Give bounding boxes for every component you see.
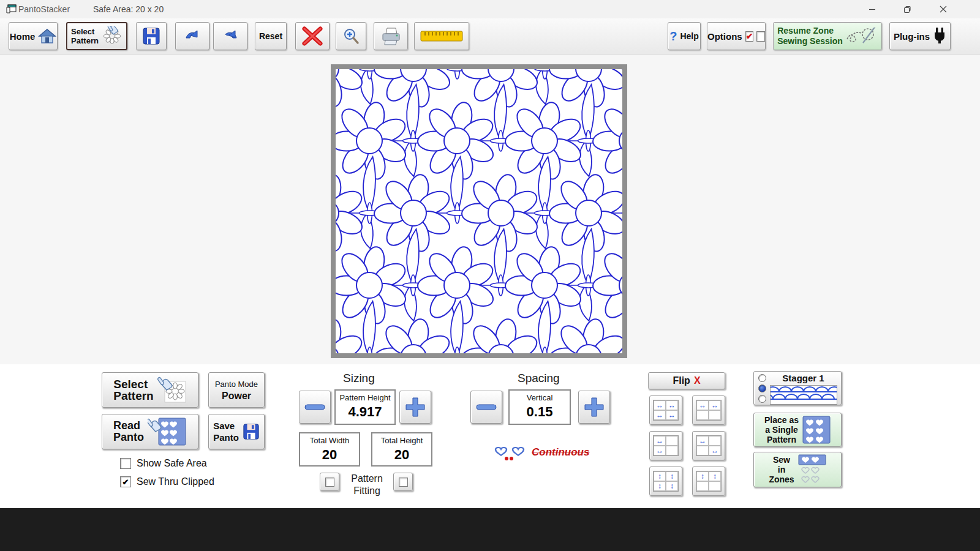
home-icon [38, 28, 56, 44]
pattern-height-label: Pattern Height [336, 393, 394, 402]
flip-all-horizontal-button[interactable]: ↔↔↔↔ [649, 395, 682, 425]
redo-icon [219, 27, 241, 45]
show-safe-area-box[interactable]: ✔ [120, 458, 131, 469]
spacing-title: Spacing [518, 372, 560, 385]
total-width-label: Total Width [300, 436, 359, 445]
select-pattern-toolbar-button[interactable]: Select Pattern [66, 22, 127, 50]
sew-thru-clipped-checkbox[interactable]: ✔ Sew Thru Clipped [120, 476, 214, 487]
pattern-fitting-right-box [399, 478, 408, 487]
flip-left-column-horizontal-button[interactable]: ↔↔ [649, 431, 682, 460]
continuous-label: Continuous [532, 446, 589, 459]
plugins-label: Plug-ins [894, 31, 930, 42]
home-button[interactable]: Home [9, 22, 58, 50]
select-pattern-line2: Pattern [113, 390, 153, 402]
total-width-value: 20 [300, 447, 359, 463]
vertical-value: 0.15 [510, 404, 570, 420]
stagger-radio-1[interactable] [758, 374, 766, 382]
read-panto-line1: Read [113, 420, 144, 432]
flip-diagonal-horizontal-button[interactable]: ↔↔ [692, 431, 725, 460]
flip-all-vertical-button[interactable]: ↕↕↕↕ [649, 467, 682, 496]
total-height-value: 20 [372, 447, 431, 463]
reset-button[interactable]: Reset [255, 22, 287, 50]
options-button[interactable]: Options ✔ [707, 22, 766, 50]
stagger-button[interactable]: Stagger 1 [753, 371, 842, 405]
read-panto-line2: Panto [113, 432, 144, 443]
stagger-pattern-icon [770, 385, 837, 405]
continuous-indicator[interactable]: Continuous [490, 442, 593, 463]
stagger-radio-3[interactable] [758, 395, 766, 403]
home-label: Home [10, 31, 36, 42]
vertical-spacing-minus-button[interactable] [470, 391, 502, 424]
options-checkbox-checked[interactable]: ✔ [745, 31, 754, 42]
place-single-line1: Place as [764, 415, 799, 425]
ruler-icon [420, 29, 463, 43]
vertical-spacing-field[interactable]: Vertical 0.15 [508, 389, 571, 425]
place-single-line3: Pattern [767, 435, 796, 444]
zones-panto-icon [798, 454, 826, 485]
resume-zone-label-1: Resume Zone [777, 26, 834, 36]
select-pattern-line1: Select [113, 378, 153, 390]
sew-in-zones-button[interactable]: Sew in Zones [753, 452, 842, 487]
daisy-panto-pattern [336, 69, 622, 353]
place-single-line2: a Single [765, 425, 798, 435]
sew-thru-clipped-box[interactable]: ✔ [120, 476, 131, 487]
help-question-icon: ? [669, 29, 677, 43]
help-button[interactable]: ? Help [668, 22, 701, 50]
save-floppy-icon [142, 27, 160, 45]
print-button[interactable] [374, 22, 408, 50]
show-safe-area-checkbox[interactable]: ✔ Show Safe Area [120, 458, 207, 469]
options-checkbox-empty[interactable] [756, 31, 765, 42]
vertical-spacing-plus-button[interactable] [578, 391, 610, 424]
main-toolbar: Home Select Pattern [0, 18, 980, 54]
flip-top-row-horizontal-button[interactable]: ↔↔ [692, 395, 725, 425]
pattern-height-field[interactable]: Pattern Height 4.917 [334, 389, 396, 425]
pattern-preview-canvas[interactable] [331, 64, 627, 358]
pattern-wreath-hand-icon [102, 26, 123, 46]
needle-thread-icon [846, 26, 878, 47]
sew-zones-line2: in [778, 465, 785, 474]
redo-button[interactable] [213, 22, 247, 50]
ruler-button[interactable] [414, 22, 469, 50]
minimize-button[interactable] [858, 0, 886, 18]
close-icon [940, 6, 947, 13]
minus-icon [304, 403, 325, 411]
printer-icon [380, 26, 402, 46]
pattern-height-minus-button[interactable] [299, 391, 331, 424]
pattern-height-plus-button[interactable] [399, 391, 431, 424]
title-bar: PantoStacker Safe Area: 20 x 20 [0, 0, 980, 18]
pattern-wreath-hand-icon [157, 377, 187, 403]
stagger-radio-2[interactable] [758, 384, 766, 392]
sizing-title: Sizing [343, 372, 375, 385]
undo-button[interactable] [175, 22, 209, 50]
save-panto-button[interactable]: Save Panto [208, 414, 265, 449]
select-pattern-label-2: Pattern [71, 36, 99, 45]
plus-icon [584, 397, 605, 418]
total-height-field[interactable]: Total Height 20 [371, 432, 432, 467]
save-button[interactable] [136, 22, 167, 50]
close-button[interactable] [929, 0, 957, 18]
total-width-field[interactable]: Total Width 20 [299, 432, 360, 467]
zoom-button[interactable] [336, 22, 366, 50]
panto-mode-line1: Panto Mode [215, 378, 258, 390]
save-panto-line2: Panto [213, 432, 239, 443]
flip-top-row-vertical-button[interactable]: ↕↕ [692, 467, 725, 496]
maximize-button[interactable] [893, 0, 921, 18]
flip-x-label: X [694, 375, 701, 386]
resume-zone-button[interactable]: Resume Zone Sewing Session [773, 22, 882, 50]
plugins-button[interactable]: Plug-ins [889, 22, 951, 50]
read-panto-button[interactable]: Read Panto [102, 414, 198, 449]
place-single-pattern-button[interactable]: Place as a Single Pattern [753, 413, 842, 447]
flip-x-button[interactable]: Flip X [648, 372, 725, 389]
select-pattern-button[interactable]: Select Pattern [102, 372, 198, 408]
app-title: PantoStacker [18, 4, 70, 14]
pattern-fitting-right-button[interactable] [393, 473, 413, 491]
flip-label: Flip [673, 375, 690, 386]
pattern-height-value: 4.917 [336, 404, 394, 420]
sew-thru-clipped-label: Sew Thru Clipped [137, 476, 214, 487]
delete-button[interactable] [295, 22, 330, 50]
panto-mode-button[interactable]: Panto Mode Power [208, 372, 265, 408]
save-floppy-icon [243, 423, 260, 440]
restore-icon [903, 6, 911, 13]
pattern-fitting-left-button[interactable] [320, 473, 339, 491]
windows-taskbar: ▶ 1 Trending videos Avatar: Fire and... [0, 508, 980, 551]
